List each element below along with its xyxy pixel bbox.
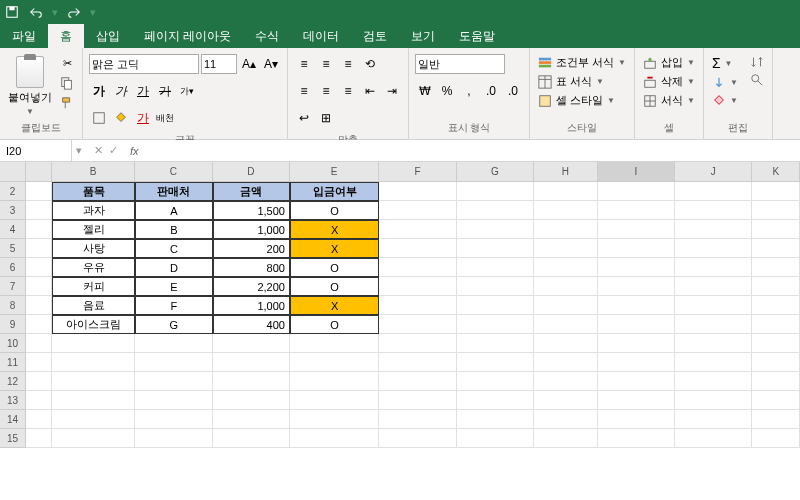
cell-F13[interactable] bbox=[379, 391, 456, 410]
cell-I10[interactable] bbox=[598, 334, 675, 353]
cell-J5[interactable] bbox=[675, 239, 752, 258]
cell-D13[interactable] bbox=[213, 391, 290, 410]
cell-G3[interactable] bbox=[457, 201, 534, 220]
cell-E9[interactable]: O bbox=[290, 315, 379, 334]
font-color-button[interactable]: 가 bbox=[133, 108, 153, 128]
cell-E6[interactable]: O bbox=[290, 258, 379, 277]
cell-F15[interactable] bbox=[379, 429, 456, 448]
cell-F4[interactable] bbox=[379, 220, 456, 239]
cell-F8[interactable] bbox=[379, 296, 456, 315]
col-header-C[interactable]: C bbox=[135, 162, 212, 182]
align-middle-icon[interactable]: ≡ bbox=[316, 54, 336, 74]
cell-C11[interactable] bbox=[135, 353, 212, 372]
cell-D15[interactable] bbox=[213, 429, 290, 448]
cell-G4[interactable] bbox=[457, 220, 534, 239]
cell-C12[interactable] bbox=[135, 372, 212, 391]
cell-E10[interactable] bbox=[290, 334, 379, 353]
cell-B10[interactable] bbox=[52, 334, 135, 353]
increase-decimal-icon[interactable]: .0 bbox=[481, 81, 501, 101]
cell-G15[interactable] bbox=[457, 429, 534, 448]
comma-icon[interactable]: , bbox=[459, 81, 479, 101]
cell-F5[interactable] bbox=[379, 239, 456, 258]
strike-button[interactable]: 가 bbox=[155, 81, 175, 101]
cell-I8[interactable] bbox=[598, 296, 675, 315]
row-header-8[interactable]: 8 bbox=[0, 296, 26, 315]
cell-A4[interactable] bbox=[26, 220, 52, 239]
cell-H6[interactable] bbox=[534, 258, 598, 277]
orientation-icon[interactable]: ⟲ bbox=[360, 54, 380, 74]
tab-수식[interactable]: 수식 bbox=[243, 24, 291, 48]
increase-font-icon[interactable]: A▴ bbox=[239, 54, 259, 74]
cell-E3[interactable]: O bbox=[290, 201, 379, 220]
formula-input[interactable] bbox=[143, 140, 800, 161]
select-all-corner[interactable] bbox=[0, 162, 26, 182]
row-header-11[interactable]: 11 bbox=[0, 353, 26, 372]
cell-C15[interactable] bbox=[135, 429, 212, 448]
cut-icon[interactable]: ✂ bbox=[58, 54, 76, 72]
cell-F12[interactable] bbox=[379, 372, 456, 391]
cell-E14[interactable] bbox=[290, 410, 379, 429]
tab-보기[interactable]: 보기 bbox=[399, 24, 447, 48]
cell-B9[interactable]: 아이스크림 bbox=[52, 315, 135, 334]
cell-A9[interactable] bbox=[26, 315, 52, 334]
delete-cells-button[interactable]: 삭제 ▼ bbox=[641, 73, 697, 90]
cell-I13[interactable] bbox=[598, 391, 675, 410]
cell-G5[interactable] bbox=[457, 239, 534, 258]
cell-J13[interactable] bbox=[675, 391, 752, 410]
col-header-H[interactable]: H bbox=[534, 162, 598, 182]
cell-D14[interactable] bbox=[213, 410, 290, 429]
tab-도움말[interactable]: 도움말 bbox=[447, 24, 507, 48]
undo-icon[interactable] bbox=[28, 4, 44, 20]
row-header-9[interactable]: 9 bbox=[0, 315, 26, 334]
cell-G12[interactable] bbox=[457, 372, 534, 391]
row-header-10[interactable]: 10 bbox=[0, 334, 26, 353]
cell-G14[interactable] bbox=[457, 410, 534, 429]
cell-H11[interactable] bbox=[534, 353, 598, 372]
cell-H15[interactable] bbox=[534, 429, 598, 448]
cell-H9[interactable] bbox=[534, 315, 598, 334]
cell-K12[interactable] bbox=[752, 372, 800, 391]
cell-C14[interactable] bbox=[135, 410, 212, 429]
align-bottom-icon[interactable]: ≡ bbox=[338, 54, 358, 74]
cell-F9[interactable] bbox=[379, 315, 456, 334]
cell-I5[interactable] bbox=[598, 239, 675, 258]
fill-color-button[interactable] bbox=[111, 108, 131, 128]
number-format-select[interactable] bbox=[415, 54, 505, 74]
cell-G2[interactable] bbox=[457, 182, 534, 201]
cell-K7[interactable] bbox=[752, 277, 800, 296]
cell-B3[interactable]: 과자 bbox=[52, 201, 135, 220]
fx-icon[interactable]: fx bbox=[126, 145, 143, 157]
percent-icon[interactable]: % bbox=[437, 81, 457, 101]
cell-D8[interactable]: 1,000 bbox=[213, 296, 290, 315]
cell-G8[interactable] bbox=[457, 296, 534, 315]
cell-K14[interactable] bbox=[752, 410, 800, 429]
cell-H2[interactable] bbox=[534, 182, 598, 201]
decrease-font-icon[interactable]: A▾ bbox=[261, 54, 281, 74]
tab-파일[interactable]: 파일 bbox=[0, 24, 48, 48]
bold-button[interactable]: 가 bbox=[89, 81, 109, 101]
phonetic-button[interactable]: 가▾ bbox=[177, 81, 197, 101]
cell-H12[interactable] bbox=[534, 372, 598, 391]
cell-I15[interactable] bbox=[598, 429, 675, 448]
cell-J6[interactable] bbox=[675, 258, 752, 277]
cell-I12[interactable] bbox=[598, 372, 675, 391]
italic-button[interactable]: 가 bbox=[111, 81, 131, 101]
col-header-F[interactable]: F bbox=[379, 162, 456, 182]
cell-E8[interactable]: X bbox=[290, 296, 379, 315]
cell-K13[interactable] bbox=[752, 391, 800, 410]
paste-button[interactable]: 붙여넣기 ▼ bbox=[6, 54, 54, 118]
cell-K8[interactable] bbox=[752, 296, 800, 315]
cell-C8[interactable]: F bbox=[135, 296, 212, 315]
cell-C6[interactable]: D bbox=[135, 258, 212, 277]
cell-D2[interactable]: 금액 bbox=[213, 182, 290, 201]
qat-customize[interactable]: ▾ bbox=[90, 6, 96, 19]
cell-style-button[interactable]: 셀 스타일 ▼ bbox=[536, 92, 628, 109]
cell-C10[interactable] bbox=[135, 334, 212, 353]
find-select-button[interactable] bbox=[748, 72, 766, 88]
cell-B4[interactable]: 젤리 bbox=[52, 220, 135, 239]
col-header-I[interactable]: I bbox=[598, 162, 675, 182]
sort-filter-button[interactable] bbox=[748, 54, 766, 70]
cell-C13[interactable] bbox=[135, 391, 212, 410]
cell-I11[interactable] bbox=[598, 353, 675, 372]
align-top-icon[interactable]: ≡ bbox=[294, 54, 314, 74]
